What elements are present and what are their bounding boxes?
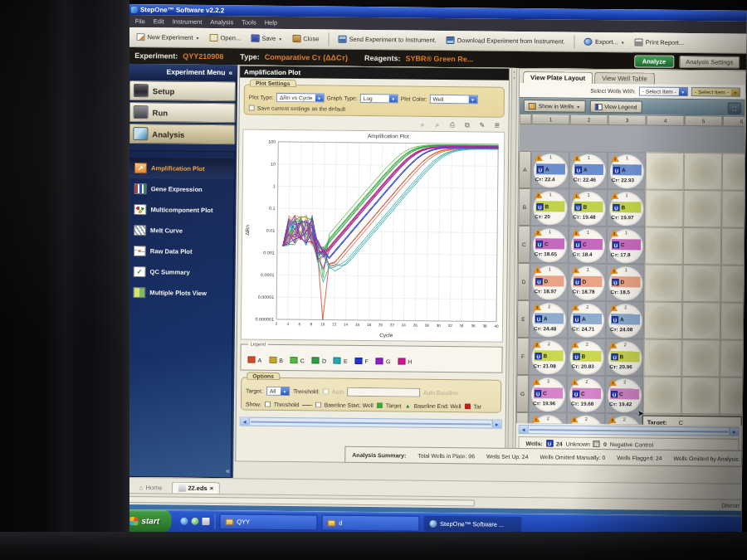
well-E2[interactable]: 1 2 U A Cт: 24.71 — [568, 301, 606, 338]
plot-legend-icon[interactable]: ≣ — [492, 122, 501, 130]
sidebar-item-melt-curve[interactable]: Melt Curve — [129, 220, 233, 241]
well-E6-empty[interactable] — [720, 302, 745, 339]
close-tab-icon[interactable]: × — [210, 485, 213, 492]
select-item-dropdown-2[interactable]: - Select Item -▼ — [691, 87, 740, 97]
snapshot-camera-icon[interactable]: ⛶ — [728, 102, 741, 114]
well-H2[interactable]: 2 2 U D Cт: 19.48 — [566, 413, 604, 426]
zoom-in-icon[interactable]: ⌕ — [417, 121, 427, 129]
baseline-start-checkbox[interactable] — [315, 402, 321, 407]
plot-color-dropdown[interactable]: Well▼ — [429, 95, 477, 105]
save-button[interactable]: Save▼ — [247, 33, 286, 44]
well-F3[interactable]: 1 2 U B Cт: 20.96 — [605, 338, 643, 376]
sidebar-item-amplification-plot[interactable]: ↗Amplification Plot — [129, 158, 234, 179]
menu-tools[interactable]: Tools — [242, 18, 256, 26]
sidebar-item-multiple-plots-view[interactable]: Multiple Plots View — [128, 282, 232, 304]
edit-plot-icon[interactable]: ✎ — [477, 121, 486, 129]
sidebar-item-multicomponent-plot[interactable]: Multicomponent Plot — [129, 199, 233, 221]
well-D3[interactable]: 2 1 U D Cт: 18.5 — [606, 264, 644, 301]
well-D1[interactable]: 1 1 U D Cт: 18.97 — [530, 263, 568, 300]
well-G5-empty[interactable] — [681, 377, 720, 414]
well-A3[interactable]: 3 1 U A Cт: 22.93 — [608, 152, 646, 189]
well-F4-empty[interactable] — [643, 339, 681, 377]
scroll-right-icon[interactable]: ► — [730, 428, 739, 436]
well-C5-empty[interactable] — [683, 227, 721, 265]
menu-analysis[interactable]: Analysis — [210, 18, 233, 26]
well-B5-empty[interactable] — [683, 190, 721, 227]
well-E1[interactable]: 2 2 U A Cт: 24.48 — [530, 300, 568, 338]
quicklaunch-desktop-icon[interactable] — [202, 518, 209, 525]
well-C2[interactable]: 2 1 U C Cт: 18.4 — [569, 226, 607, 264]
menu-help[interactable]: Help — [265, 19, 278, 27]
well-B1[interactable]: 2 1 U B Cт: 20 — [530, 188, 569, 226]
well-D5-empty[interactable] — [682, 265, 720, 302]
sidebar-item-raw-data-plot[interactable]: ≈Raw Data Plot — [129, 241, 233, 262]
target-dropdown[interactable]: All▼ — [266, 387, 290, 396]
close-button[interactable]: Close — [289, 33, 322, 44]
splitter-handle[interactable]: ⁞ — [512, 247, 514, 252]
well-F5-empty[interactable] — [681, 339, 720, 377]
well-G1[interactable]: 1 2 U C Cт: 19.96 — [529, 375, 567, 412]
analyze-button[interactable]: Analyze — [634, 55, 675, 68]
analysis-settings-button[interactable]: Analysis Settings — [679, 55, 740, 68]
well-A4-empty[interactable] — [646, 153, 684, 190]
well-B3[interactable]: 4 1 U B Cт: 19.97 — [607, 189, 645, 226]
start-button[interactable]: start — [123, 509, 171, 533]
well-H1[interactable]: 1 2 U D Cт: 19.76 — [528, 412, 566, 426]
well-B4-empty[interactable] — [645, 190, 683, 227]
sidebar-item-qc-summary[interactable]: ✓QC Summary — [128, 261, 232, 283]
download-from-instrument-button[interactable]: Download Experiment from Instrument. — [443, 35, 569, 47]
auto-threshold-checkbox[interactable] — [323, 388, 329, 394]
sidebar-item-gene-expression[interactable]: Gene Expression — [129, 178, 234, 200]
menu-edit[interactable]: Edit — [154, 17, 164, 25]
sidebar-section-analysis[interactable]: Analysis — [129, 124, 235, 144]
quicklaunch-ie-icon[interactable] — [180, 518, 188, 525]
tab-view-plate-layout[interactable]: View Plate Layout — [523, 71, 593, 84]
taskbar-task-steponesoftware[interactable]: StepOne™ Software ... — [423, 516, 521, 533]
well-E5-empty[interactable] — [682, 302, 720, 339]
well-C1[interactable]: 2 1 U C Cт: 18.65 — [530, 226, 569, 263]
save-default-checkbox[interactable] — [249, 105, 255, 111]
new-experiment-button[interactable]: New Experiment▼ — [134, 32, 203, 43]
quicklaunch-messenger-icon[interactable] — [191, 518, 198, 525]
taskbar-task-qyy[interactable]: QYY — [219, 514, 317, 530]
well-A2[interactable]: 2 1 U A Cт: 22.46 — [569, 152, 608, 189]
well-B2[interactable]: 1 1 U B Cт: 19.48 — [569, 189, 607, 226]
menu-file[interactable]: File — [135, 17, 145, 25]
splitter-collapse-left-icon[interactable]: ‹ — [514, 70, 515, 75]
scroll-left-icon[interactable]: ◄ — [520, 426, 529, 433]
sidebar-collapse-icon[interactable]: « — [228, 68, 232, 76]
well-E3[interactable]: 2 2 U A Cт: 24.08 — [606, 301, 644, 338]
well-A5-empty[interactable] — [684, 153, 722, 190]
document-tab[interactable]: 22.eds× — [171, 482, 220, 494]
plot-type-dropdown[interactable]: ΔRn vs Cycle▼ — [276, 93, 325, 103]
well-G4-empty[interactable] — [643, 377, 681, 414]
scrollbar-thumb[interactable] — [530, 429, 729, 433]
well-D4-empty[interactable] — [644, 265, 682, 302]
well-G6-empty[interactable] — [720, 377, 745, 414]
plot-horizontal-scrollbar[interactable]: ◄ ► — [240, 416, 502, 428]
well-F2[interactable]: 1 2 U B Cт: 20.83 — [567, 338, 605, 376]
tab-view-well-table[interactable]: View Well Table — [594, 72, 655, 85]
open-button[interactable]: Open... — [206, 32, 244, 43]
show-threshold-checkbox[interactable] — [265, 402, 271, 407]
graph-type-dropdown[interactable]: Log▼ — [360, 94, 398, 103]
well-C6-empty[interactable] — [721, 227, 745, 265]
well-A1[interactable]: 1 1 U A Cт: 22.4 — [531, 151, 569, 188]
sidebar-section-run[interactable]: Run — [129, 102, 236, 123]
well-D2[interactable]: 1 1 U D Cт: 18.78 — [568, 264, 606, 301]
threshold-input[interactable] — [347, 387, 420, 397]
send-to-instrument-button[interactable]: Send Experiment to Instrument. — [334, 34, 440, 46]
print-report-button[interactable]: Print Report... — [632, 37, 687, 48]
amplification-chart[interactable]: 1001010.10.010.0010.00010.000010.0000012… — [241, 129, 505, 342]
well-F6-empty[interactable] — [720, 339, 745, 377]
select-item-dropdown-1[interactable]: - Select Item -▼ — [639, 86, 688, 96]
copy-plot-icon[interactable]: ⧉ — [462, 121, 471, 129]
well-B6-empty[interactable] — [721, 190, 745, 227]
well-C3[interactable]: 2 1 U C Cт: 17.8 — [607, 226, 645, 264]
home-tab[interactable]: ⌂Home — [134, 482, 168, 493]
zoom-out-icon[interactable]: ⌕ — [432, 121, 442, 129]
splitter-collapse-right-icon[interactable]: › — [514, 75, 515, 80]
scroll-left-icon[interactable]: ◄ — [241, 417, 250, 425]
menu-instrument[interactable]: Instrument — [173, 18, 203, 26]
well-F1[interactable]: 2 2 U B Cт: 21.08 — [529, 338, 567, 375]
